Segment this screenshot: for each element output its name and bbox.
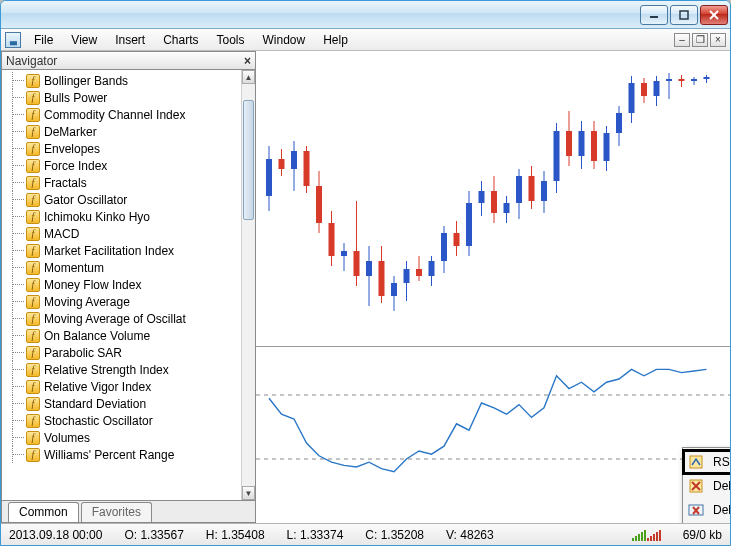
menu-file[interactable]: File bbox=[25, 31, 62, 49]
tree-item[interactable]: fBulls Power bbox=[2, 89, 241, 106]
tree-item-label: Momentum bbox=[44, 261, 104, 275]
maximize-button[interactable] bbox=[670, 5, 698, 25]
indicator-icon: f bbox=[26, 261, 40, 275]
scroll-down-icon[interactable]: ▼ bbox=[242, 486, 255, 500]
tree-item[interactable]: fRelative Strength Index bbox=[2, 361, 241, 378]
tree-item[interactable]: fParabolic SAR bbox=[2, 344, 241, 361]
indicator-icon: f bbox=[26, 91, 40, 105]
tree-item[interactable]: fBollinger Bands bbox=[2, 72, 241, 89]
tree-item-label: Fractals bbox=[44, 176, 87, 190]
tree-item[interactable]: fVolumes bbox=[2, 429, 241, 446]
svg-rect-67 bbox=[654, 81, 660, 96]
svg-rect-47 bbox=[529, 176, 535, 201]
svg-rect-19 bbox=[354, 251, 360, 276]
indicator-icon: f bbox=[26, 159, 40, 173]
svg-rect-15 bbox=[329, 223, 335, 256]
menu-charts[interactable]: Charts bbox=[154, 31, 207, 49]
tree-item[interactable]: fCommodity Channel Index bbox=[2, 106, 241, 123]
mdi-minimize-button[interactable]: – bbox=[674, 33, 690, 47]
svg-rect-9 bbox=[291, 151, 297, 169]
svg-rect-11 bbox=[304, 151, 310, 186]
tab-favorites[interactable]: Favorites bbox=[81, 502, 152, 522]
tree-item-label: Gator Oscillator bbox=[44, 193, 127, 207]
indicator-icon: f bbox=[26, 193, 40, 207]
menu-help[interactable]: Help bbox=[314, 31, 357, 49]
close-button[interactable] bbox=[700, 5, 728, 25]
svg-rect-31 bbox=[429, 261, 435, 276]
tree-item[interactable]: fMomentum bbox=[2, 259, 241, 276]
indicator-icon: f bbox=[26, 346, 40, 360]
chart-area[interactable]: Edit Indicator RSI(14) properties... Del… bbox=[256, 51, 730, 523]
app-icon: ▃ bbox=[5, 32, 21, 48]
ctx-label: Delete Indicator Window bbox=[713, 503, 731, 517]
status-close: C: 1.35208 bbox=[365, 528, 424, 542]
navigator-close-icon[interactable]: × bbox=[244, 54, 251, 68]
price-chart[interactable] bbox=[256, 51, 731, 346]
tree-item[interactable]: fMoney Flow Index bbox=[2, 276, 241, 293]
tree-item[interactable]: fStochastic Oscillator bbox=[2, 412, 241, 429]
menu-tools[interactable]: Tools bbox=[208, 31, 254, 49]
svg-rect-21 bbox=[366, 261, 372, 276]
indicator-icon: f bbox=[26, 329, 40, 343]
status-open: O: 1.33567 bbox=[124, 528, 183, 542]
menu-view[interactable]: View bbox=[62, 31, 106, 49]
svg-rect-5 bbox=[266, 159, 272, 196]
delete-indicator-icon bbox=[685, 475, 707, 497]
app-window: ▃ File View Insert Charts Tools Window H… bbox=[0, 0, 731, 546]
tree-item[interactable]: fMACD bbox=[2, 225, 241, 242]
ctx-delete-indicator[interactable]: Delete Indicator bbox=[683, 474, 731, 498]
tree-item[interactable]: fForce Index bbox=[2, 157, 241, 174]
tree-item-label: Relative Vigor Index bbox=[44, 380, 151, 394]
ctx-rsi-properties[interactable]: RSI(14) properties... bbox=[683, 450, 731, 474]
navigator-scrollbar[interactable]: ▲ ▼ bbox=[241, 70, 255, 500]
mdi-restore-button[interactable]: ❐ bbox=[692, 33, 708, 47]
svg-rect-29 bbox=[416, 269, 422, 276]
tree-item-label: Commodity Channel Index bbox=[44, 108, 185, 122]
indicator-icon: f bbox=[26, 244, 40, 258]
status-vol: V: 48263 bbox=[446, 528, 494, 542]
tree-item-label: Standard Deviation bbox=[44, 397, 146, 411]
indicator-icon: f bbox=[26, 295, 40, 309]
tree-item[interactable]: fMoving Average bbox=[2, 293, 241, 310]
tree-item[interactable]: fMoving Average of Oscillat bbox=[2, 310, 241, 327]
scroll-thumb[interactable] bbox=[243, 100, 254, 220]
tree-item[interactable]: fRelative Vigor Index bbox=[2, 378, 241, 395]
indicator-chart[interactable] bbox=[256, 347, 731, 507]
svg-rect-7 bbox=[279, 159, 285, 169]
tree-item-label: Moving Average of Oscillat bbox=[44, 312, 186, 326]
indicator-icon: f bbox=[26, 125, 40, 139]
tree-item[interactable]: fIchimoku Kinko Hyo bbox=[2, 208, 241, 225]
properties-icon bbox=[685, 451, 707, 473]
tree-item-label: Ichimoku Kinko Hyo bbox=[44, 210, 150, 224]
delete-window-icon bbox=[685, 499, 707, 521]
ctx-delete-indicator-window[interactable]: Delete Indicator Window bbox=[683, 498, 731, 522]
tree-item[interactable]: fEnvelopes bbox=[2, 140, 241, 157]
tab-common[interactable]: Common bbox=[8, 502, 79, 522]
tree-item-label: Money Flow Index bbox=[44, 278, 141, 292]
tree-item[interactable]: fStandard Deviation bbox=[2, 395, 241, 412]
indicator-icon: f bbox=[26, 108, 40, 122]
tree-item[interactable]: fDeMarker bbox=[2, 123, 241, 140]
menu-insert[interactable]: Insert bbox=[106, 31, 154, 49]
svg-rect-13 bbox=[316, 186, 322, 223]
tree-item-label: Moving Average bbox=[44, 295, 130, 309]
navigator-tree-wrap: fBollinger BandsfBulls PowerfCommodity C… bbox=[2, 70, 255, 500]
tree-item[interactable]: fWilliams' Percent Range bbox=[2, 446, 241, 463]
indicator-icon: f bbox=[26, 142, 40, 156]
status-high: H: 1.35408 bbox=[206, 528, 265, 542]
svg-rect-27 bbox=[404, 269, 410, 283]
tree-item[interactable]: fOn Balance Volume bbox=[2, 327, 241, 344]
tree-item[interactable]: fFractals bbox=[2, 174, 241, 191]
tree-item[interactable]: fGator Oscillator bbox=[2, 191, 241, 208]
tree-item-label: MACD bbox=[44, 227, 79, 241]
tree-item-label: Parabolic SAR bbox=[44, 346, 122, 360]
tree-item[interactable]: fMarket Facilitation Index bbox=[2, 242, 241, 259]
tree-item-label: Bollinger Bands bbox=[44, 74, 128, 88]
menu-window[interactable]: Window bbox=[254, 31, 315, 49]
mdi-close-button[interactable]: × bbox=[710, 33, 726, 47]
indicator-icon: f bbox=[26, 397, 40, 411]
minimize-button[interactable] bbox=[640, 5, 668, 25]
svg-rect-37 bbox=[466, 203, 472, 246]
scroll-up-icon[interactable]: ▲ bbox=[242, 70, 255, 84]
status-traffic: 69/0 kb bbox=[683, 528, 722, 542]
